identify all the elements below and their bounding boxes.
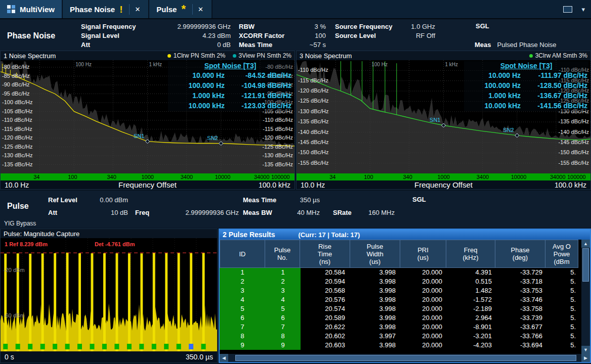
- column-header[interactable]: Freq(kHz): [446, 240, 495, 268]
- table-cell[interactable]: -33.753: [498, 286, 548, 295]
- table-cell[interactable]: 20.000: [402, 304, 448, 313]
- table-cell[interactable]: 5.: [548, 323, 582, 332]
- table-cell[interactable]: 20.000: [402, 277, 448, 286]
- column-header[interactable]: ID: [220, 240, 265, 268]
- window-title-bar[interactable]: 2 Pulse Results (Curr: 17 | Total: 17): [220, 230, 590, 240]
- table-cell[interactable]: 2: [265, 277, 301, 286]
- table-cell[interactable]: 20.568: [301, 286, 351, 295]
- table-cell[interactable]: 9: [265, 341, 301, 350]
- table-row[interactable]: 1120.5843.99820.0004.391-33.7295.: [220, 268, 590, 277]
- cell-id[interactable]: 8: [220, 332, 265, 341]
- table-row[interactable]: 6620.5893.99820.0002.964-33.7395.: [220, 313, 590, 323]
- table-cell[interactable]: -33.746: [498, 295, 548, 304]
- window-title-bar[interactable]: 3 Noise Spectrum 3Clrw AM Smth 3%: [297, 51, 590, 60]
- table-cell[interactable]: 6: [265, 313, 301, 323]
- table-cell[interactable]: 20.622: [301, 323, 351, 332]
- horizontal-scrollbar[interactable]: ◀ ▶: [220, 354, 590, 362]
- table-cell[interactable]: 5.: [548, 268, 582, 277]
- table-row[interactable]: 3320.5683.99820.0001.482-33.7535.: [220, 286, 590, 295]
- tab-pulse[interactable]: Pulse * ✕: [149, 0, 213, 18]
- pulse-segment[interactable]: [102, 344, 107, 349]
- table-cell[interactable]: 3.998: [351, 341, 402, 350]
- table-cell[interactable]: 3.997: [351, 332, 402, 341]
- column-header[interactable]: PRI(us): [400, 240, 446, 268]
- table-row[interactable]: 9920.6033.99820.000-4.203-33.6945.: [220, 341, 590, 350]
- cell-id[interactable]: 2: [220, 277, 265, 286]
- table-cell[interactable]: 8: [265, 332, 301, 341]
- window-title-bar[interactable]: 1 Noise Spectrum 1Clrw PN Smth 2%3View P…: [1, 51, 294, 60]
- table-cell[interactable]: 1.482: [448, 286, 498, 295]
- table-cell[interactable]: 20.602: [301, 332, 351, 341]
- table-cell[interactable]: -33.739: [498, 313, 548, 323]
- pulse-segment[interactable]: [164, 344, 168, 349]
- column-header[interactable]: Avg OPowe(dBm: [545, 240, 578, 268]
- table-cell[interactable]: 5.: [548, 341, 582, 350]
- table-cell[interactable]: -4.203: [448, 341, 498, 350]
- scroll-up-button[interactable]: ▲: [581, 240, 590, 248]
- column-header[interactable]: PulseWidth(us): [350, 240, 400, 268]
- column-header[interactable]: Phase(deg): [495, 240, 545, 268]
- table-cell[interactable]: 20.000: [402, 341, 448, 350]
- table-cell[interactable]: 3.998: [351, 304, 402, 313]
- table-cell[interactable]: 5.: [548, 295, 582, 304]
- table-cell[interactable]: -33.694: [498, 341, 548, 350]
- table-row[interactable]: 4420.5763.99820.000-1.572-33.7465.: [220, 295, 590, 304]
- close-icon[interactable]: ✕: [192, 4, 204, 15]
- table-cell[interactable]: 7: [265, 323, 301, 332]
- table-cell[interactable]: 3.998: [351, 268, 402, 277]
- table-cell[interactable]: 20.594: [301, 277, 351, 286]
- vertical-scrollbar[interactable]: ▲ ▼: [581, 240, 590, 354]
- table-cell[interactable]: 20.576: [301, 295, 351, 304]
- table-cell[interactable]: -8.901: [448, 323, 498, 332]
- table-cell[interactable]: 20.603: [301, 341, 351, 350]
- table-cell[interactable]: 2.964: [448, 313, 498, 323]
- table-cell[interactable]: 5: [265, 304, 301, 313]
- table-cell[interactable]: 4: [265, 295, 301, 304]
- noise-spectrum-chart-3[interactable]: 100 Hz1 kHzSN1SN2-110 dBc/Hz-110 dBc/Hz-…: [297, 60, 590, 173]
- selected-pulse-segment[interactable]: [189, 344, 193, 349]
- table-cell[interactable]: 3.998: [351, 286, 402, 295]
- magnitude-capture-chart[interactable]: 1 Ref 8.239 dBm Det -4.761 dBm -20 dBm-6…: [1, 238, 217, 351]
- tab-phase-noise[interactable]: Phase Noise ! ✕: [63, 0, 149, 18]
- cell-id[interactable]: 9: [220, 341, 265, 350]
- pulse-segment[interactable]: [139, 344, 144, 349]
- table-cell[interactable]: 20.000: [402, 323, 448, 332]
- horizontal-scroll-thumb[interactable]: [235, 355, 576, 361]
- chevron-down-icon[interactable]: ▾: [581, 6, 585, 13]
- scroll-right-button[interactable]: ▶: [581, 354, 590, 362]
- column-header[interactable]: RiseTime(ns): [300, 240, 350, 268]
- table-cell[interactable]: 20.000: [402, 286, 448, 295]
- table-cell[interactable]: 5.: [548, 286, 582, 295]
- table-cell[interactable]: -33.718: [498, 277, 548, 286]
- table-cell[interactable]: 20.000: [402, 332, 448, 341]
- table-cell[interactable]: 0.515: [448, 277, 498, 286]
- tab-multiview[interactable]: MultiView: [0, 0, 63, 18]
- pulse-segment[interactable]: [114, 344, 119, 349]
- scroll-down-button[interactable]: ▼: [581, 346, 590, 354]
- cell-id[interactable]: 5: [220, 304, 265, 313]
- pulse-segment[interactable]: [177, 344, 181, 349]
- table-cell[interactable]: -33.766: [498, 332, 548, 341]
- table-cell[interactable]: -2.189: [448, 304, 498, 313]
- close-icon[interactable]: ✕: [129, 4, 141, 15]
- vertical-scroll-thumb[interactable]: [582, 248, 589, 282]
- table-cell[interactable]: 5.: [548, 304, 582, 313]
- pulse-segment[interactable]: [127, 344, 132, 349]
- table-cell[interactable]: -1.572: [448, 295, 498, 304]
- pulse-segment[interactable]: [201, 344, 206, 349]
- table-cell[interactable]: 5.: [548, 277, 582, 286]
- cell-id[interactable]: 1: [220, 268, 265, 277]
- table-cell[interactable]: 20.000: [402, 313, 448, 323]
- pulse-segment[interactable]: [152, 344, 156, 349]
- table-cell[interactable]: 3.998: [351, 277, 402, 286]
- table-cell[interactable]: -3.201: [448, 332, 498, 341]
- table-cell[interactable]: -33.677: [498, 323, 548, 332]
- scroll-left-button[interactable]: ◀: [220, 354, 228, 362]
- table-cell[interactable]: 20.589: [301, 313, 351, 323]
- table-row[interactable]: 2220.5943.99820.0000.515-33.7185.: [220, 277, 590, 286]
- table-cell[interactable]: 3: [265, 286, 301, 295]
- table-cell[interactable]: 3.998: [351, 323, 402, 332]
- table-cell[interactable]: 4.391: [448, 268, 498, 277]
- pulse-segment[interactable]: [3, 344, 8, 349]
- pulse-segment[interactable]: [53, 344, 57, 349]
